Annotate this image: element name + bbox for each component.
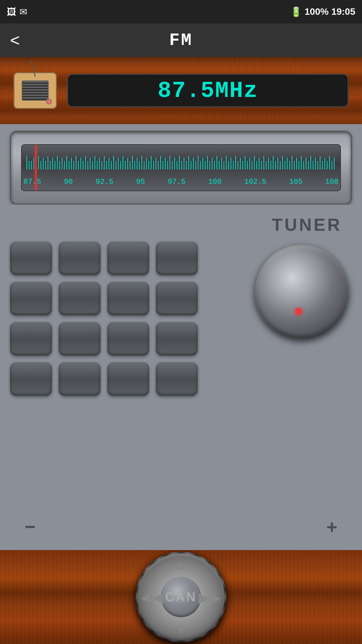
can-center-button[interactable]: CAN xyxy=(165,590,197,604)
radio-icon xyxy=(13,72,57,109)
radio-section: 87.5 90 92.5 95 97.5 100 102.5 105 108 T… xyxy=(0,124,362,550)
scale-ticks xyxy=(25,153,337,173)
preset-btn-1[interactable] xyxy=(10,241,52,275)
preset-btn-11[interactable] xyxy=(107,322,149,356)
tuner-scale xyxy=(22,149,340,176)
tuner-inner: 87.5 90 92.5 95 97.5 100 102.5 105 108 xyxy=(21,144,341,191)
scale-label-105: 105 xyxy=(289,178,303,186)
tuner-knob[interactable] xyxy=(255,245,349,339)
scale-svg xyxy=(25,153,337,173)
preset-btn-16[interactable] xyxy=(156,362,198,396)
scale-label-1025: 102.5 xyxy=(244,178,266,186)
scale-label-90: 90 xyxy=(64,178,73,186)
nav-up-arrow[interactable]: ▲ xyxy=(174,557,188,574)
tuner-knob-area xyxy=(255,245,349,339)
radio-speaker-icon xyxy=(22,80,49,101)
preset-btn-10[interactable] xyxy=(59,322,101,356)
gallery-icon: 🖼 xyxy=(7,6,16,17)
wood-top-panel: 87.5MHz xyxy=(0,57,362,124)
preset-btn-5[interactable] xyxy=(10,282,52,315)
status-bar: 🖼 ✉ 🔋 100% 19:05 xyxy=(0,0,362,23)
frequency-value: 87.5MHz xyxy=(158,78,258,104)
battery-icon: 🔋 xyxy=(290,6,302,17)
scale-labels: 87.5 90 92.5 95 97.5 100 102.5 105 108 xyxy=(22,178,340,186)
preset-btn-7[interactable] xyxy=(107,282,149,315)
preset-btn-6[interactable] xyxy=(59,282,101,315)
wood-bottom-panel: ▲ ▼ ◀◀ ▶▶ CAN xyxy=(0,550,362,644)
volume-controls: − + xyxy=(10,513,352,540)
email-icon: ✉ xyxy=(19,6,27,17)
radio-dial-icon xyxy=(46,99,52,105)
preset-btn-8[interactable] xyxy=(156,282,198,315)
tuner-needle xyxy=(35,145,37,191)
scale-label-975: 97.5 xyxy=(168,178,185,186)
scale-label-108: 108 xyxy=(325,178,339,186)
preset-grid xyxy=(10,241,198,396)
nav-down-arrow[interactable]: ▼ xyxy=(174,621,188,637)
status-right-icons: 🔋 100% 19:05 xyxy=(290,6,355,17)
scale-label-925: 92.5 xyxy=(96,178,113,186)
preset-btn-12[interactable] xyxy=(156,322,198,356)
scale-label-875: 87.5 xyxy=(23,178,41,186)
back-button[interactable]: < xyxy=(10,31,20,50)
preset-btn-2[interactable] xyxy=(59,241,101,275)
tuner-label: TUNER xyxy=(272,215,342,235)
battery-percent: 100% xyxy=(305,6,329,17)
tuner-display[interactable]: 87.5 90 92.5 95 97.5 100 102.5 105 108 xyxy=(10,131,352,205)
status-left-icons: 🖼 ✉ xyxy=(7,6,27,17)
preset-btn-9[interactable] xyxy=(10,322,52,356)
nav-bar: < FM xyxy=(0,23,362,57)
nav-wheel[interactable]: ▲ ▼ ◀◀ ▶▶ CAN xyxy=(137,553,225,641)
frequency-display: 87.5MHz xyxy=(67,74,349,107)
nav-wheel-container: ▲ ▼ ◀◀ ▶▶ CAN xyxy=(136,552,226,642)
time-display: 19:05 xyxy=(331,6,355,17)
volume-minus-button[interactable]: − xyxy=(17,513,44,540)
scale-label-100: 100 xyxy=(208,178,222,186)
controls-area: TUNER xyxy=(0,205,362,550)
scale-label-95: 95 xyxy=(136,178,145,186)
page-title: FM xyxy=(169,31,193,50)
volume-plus-button[interactable]: + xyxy=(318,513,345,540)
antenna-icon xyxy=(31,60,36,76)
preset-btn-13[interactable] xyxy=(10,362,52,396)
preset-btn-4[interactable] xyxy=(156,241,198,275)
app-container: 🖼 ✉ 🔋 100% 19:05 < FM 87.5MHz xyxy=(0,0,362,644)
preset-btn-3[interactable] xyxy=(107,241,149,275)
preset-btn-15[interactable] xyxy=(107,362,149,396)
nav-right-arrow[interactable]: ▶▶ xyxy=(198,589,221,606)
controls-row xyxy=(10,215,352,396)
knob-indicator-dot xyxy=(295,308,302,315)
nav-left-arrow[interactable]: ◀◀ xyxy=(141,589,164,606)
preset-btn-14[interactable] xyxy=(59,362,101,396)
